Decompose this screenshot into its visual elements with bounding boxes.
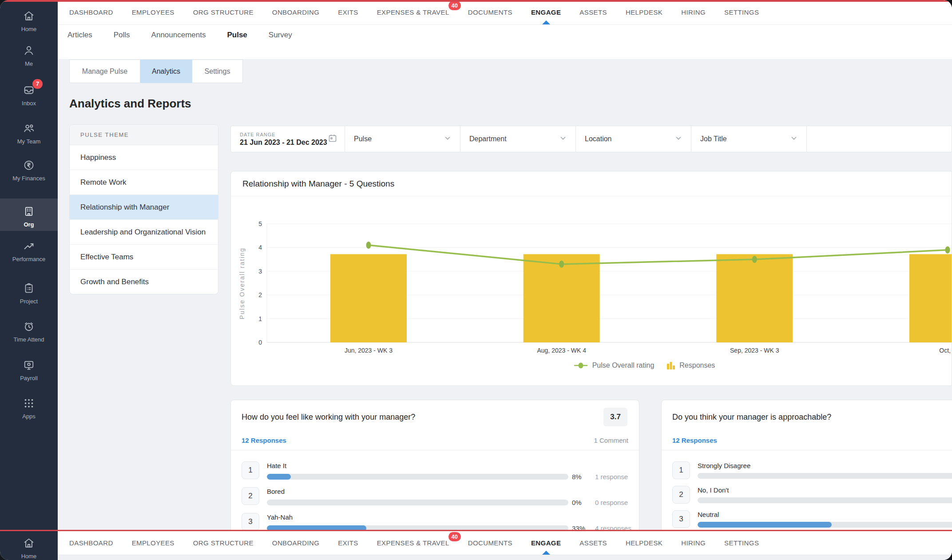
sidebar-item-label: Project <box>0 298 58 305</box>
sidebar-item-my-team[interactable]: My Team <box>0 122 58 145</box>
nav-item-dashboard[interactable]: DASHBOARD <box>69 531 113 555</box>
nav-item-label: DASHBOARD <box>69 8 113 16</box>
sidebar-item-my-finances[interactable]: My Finances <box>0 159 58 182</box>
option-body: Bored0%0 response <box>267 487 639 506</box>
pulse-theme-item-relationship-with-manager[interactable]: Relationship with Manager <box>70 195 218 220</box>
option-body: Strongly Disagree <box>698 461 952 479</box>
nav-item-org-structure[interactable]: ORG STRUCTURE <box>193 0 254 24</box>
nav-item-helpdesk[interactable]: HELPDESK <box>626 0 662 24</box>
nav-item-expenses-travel[interactable]: EXPENSES & TRAVEL40 <box>377 531 449 555</box>
sidebar-item-time-attend[interactable]: Time Attend <box>0 320 58 343</box>
subnav-item-pulse[interactable]: Pulse <box>227 31 247 41</box>
responses-link[interactable]: 12 Responses <box>672 437 717 444</box>
option-bar-track <box>698 522 952 528</box>
tab-manage-pulse[interactable]: Manage Pulse <box>69 60 140 83</box>
option-bar-line: 8%1 response <box>267 473 639 481</box>
content-area: Manage PulseAnalyticsSettings Analytics … <box>58 60 952 530</box>
filter-dropdown-label: Job Title <box>700 135 727 143</box>
sidebar-item-org[interactable]: Org <box>0 199 58 231</box>
sidebar-item-label: Org <box>0 221 58 228</box>
filter-dropdown-pulse[interactable]: Pulse <box>345 126 460 152</box>
option-bar-line <box>698 497 952 503</box>
tab-settings[interactable]: Settings <box>192 60 243 83</box>
sidebar-item-home-bottom[interactable]: Home <box>0 536 58 560</box>
sidebar-item-home[interactable]: Home <box>0 9 58 32</box>
sidebar-item-apps[interactable]: Apps <box>0 397 58 420</box>
date-range-filter[interactable]: DATE RANGE 21 Jun 2023 - 21 Dec 2023 <box>231 126 345 152</box>
subnav-item-announcements[interactable]: Announcements <box>151 31 206 41</box>
nav-item-hiring[interactable]: HIRING <box>681 531 706 555</box>
team-icon <box>22 122 36 135</box>
option-number-chip: 1 <box>672 461 690 479</box>
nav-item-onboarding[interactable]: ONBOARDING <box>272 0 320 24</box>
sidebar-item-performance[interactable]: Performance <box>0 239 58 262</box>
nav-item-assets[interactable]: ASSETS <box>579 0 607 24</box>
nav-item-employees[interactable]: EMPLOYEES <box>132 0 175 24</box>
app-window: HomeMe7InboxMy TeamMy FinancesOrgPerform… <box>0 0 952 560</box>
date-range-label: DATE RANGE <box>240 132 327 137</box>
building-icon <box>22 205 36 218</box>
legend-pulse-overall-rating: Pulse Overall rating <box>573 361 654 369</box>
svg-text:1: 1 <box>258 315 262 322</box>
option-bar-track <box>267 500 568 505</box>
chevron-down-icon <box>675 135 682 143</box>
sidebar-item-me[interactable]: Me <box>0 44 58 67</box>
sidebar-item-inbox[interactable]: 7Inbox <box>0 83 58 107</box>
pulse-theme-list: HappinessRemote WorkRelationship with Ma… <box>70 145 218 294</box>
option-number-chip: 1 <box>242 461 259 479</box>
chevron-down-icon <box>444 135 451 143</box>
nav-item-documents[interactable]: DOCUMENTS <box>468 0 512 24</box>
responses-link[interactable]: 12 Responses <box>242 437 286 444</box>
subnav-item-survey[interactable]: Survey <box>269 31 292 41</box>
legend-responses: Responses <box>666 361 715 369</box>
filter-dropdown-department[interactable]: Department <box>460 126 576 152</box>
pulse-theme-panel: PULSE THEME HappinessRemote WorkRelation… <box>69 124 218 294</box>
option-label: Strongly Disagree <box>698 462 952 469</box>
nav-item-exits[interactable]: EXITS <box>338 531 358 555</box>
nav-item-exits[interactable]: EXITS <box>338 0 358 24</box>
subnav-item-polls[interactable]: Polls <box>114 31 130 41</box>
sidebar-item-project[interactable]: Project <box>0 282 58 305</box>
pulse-theme-item-effective-teams[interactable]: Effective Teams <box>70 245 218 270</box>
nav-item-dashboard[interactable]: DASHBOARD <box>69 0 113 24</box>
filter-dropdown-label: Pulse <box>354 135 372 143</box>
nav-item-engage[interactable]: ENGAGE <box>531 531 561 555</box>
nav-item-onboarding[interactable]: ONBOARDING <box>272 531 320 555</box>
nav-item-org-structure[interactable]: ORG STRUCTURE <box>193 531 254 555</box>
answer-option-row: 3Neutral <box>672 510 952 528</box>
nav-item-settings[interactable]: SETTINGS <box>724 531 759 555</box>
notification-badge: 40 <box>448 532 461 541</box>
option-percent: 8% <box>572 473 595 481</box>
tab-analytics[interactable]: Analytics <box>140 60 192 83</box>
active-module-arrow-icon <box>542 20 550 24</box>
question-text: Do you think your manager is approachabl… <box>672 413 831 422</box>
sidebar-item-payroll[interactable]: Payroll <box>0 358 58 381</box>
filter-dropdown-location[interactable]: Location <box>576 126 691 152</box>
nav-item-expenses-travel[interactable]: EXPENSES & TRAVEL40 <box>377 0 449 24</box>
nav-item-engage[interactable]: ENGAGE <box>531 0 561 24</box>
svg-text:Oct, 2: Oct, 2 <box>939 347 952 354</box>
answer-option-row: 2Bored0%0 response <box>242 487 639 506</box>
subnav-item-articles[interactable]: Articles <box>67 31 92 41</box>
nav-item-employees[interactable]: EMPLOYEES <box>132 531 175 555</box>
pulse-theme-item-happiness[interactable]: Happiness <box>70 145 218 170</box>
pulse-theme-item-remote-work[interactable]: Remote Work <box>70 170 218 195</box>
option-label: Neutral <box>698 511 952 518</box>
option-response-count: 0 response <box>595 499 628 506</box>
nav-item-documents[interactable]: DOCUMENTS <box>468 531 512 555</box>
nav-item-assets[interactable]: ASSETS <box>579 531 607 555</box>
nav-item-hiring[interactable]: HIRING <box>681 0 706 24</box>
recording-border-bottom <box>0 530 952 531</box>
option-body: Neutral <box>698 510 952 528</box>
home-icon <box>22 536 36 550</box>
inbox-icon: 7 <box>22 83 36 97</box>
filter-dropdown-label: Location <box>585 135 612 143</box>
nav-item-helpdesk[interactable]: HELPDESK <box>626 531 662 555</box>
pulse-theme-item-leadership-and-organizational-vision[interactable]: Leadership and Organizational Vision <box>70 220 218 245</box>
bottom-strip <box>58 556 952 560</box>
option-percent: 0% <box>572 499 595 506</box>
nav-item-settings[interactable]: SETTINGS <box>724 0 759 24</box>
person-icon <box>22 44 36 57</box>
pulse-theme-item-growth-and-benefits[interactable]: Growth and Benefits <box>70 270 218 294</box>
filter-dropdown-job-title[interactable]: Job Title <box>691 126 807 152</box>
